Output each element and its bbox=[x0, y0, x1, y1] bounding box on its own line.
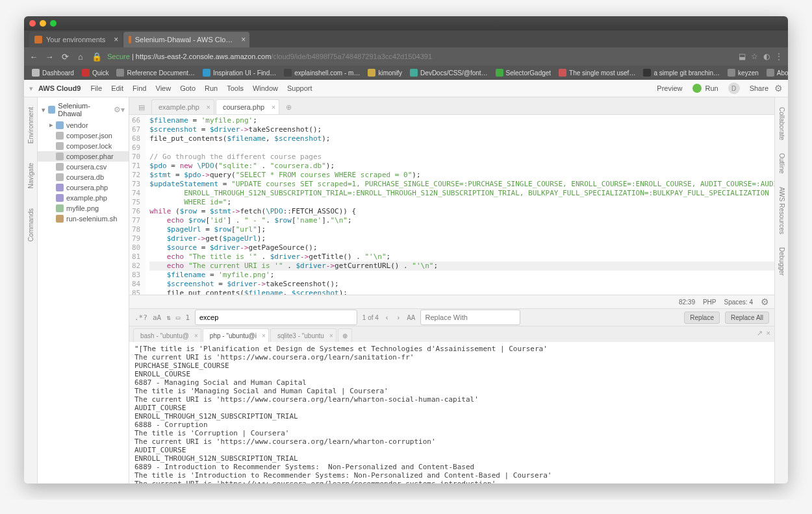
language-label[interactable]: PHP bbox=[703, 299, 717, 306]
preview-button[interactable]: Preview bbox=[652, 82, 687, 94]
terminal-tab[interactable]: bash - "ubuntu@× bbox=[133, 328, 201, 342]
reload-icon[interactable]: ⟳ bbox=[60, 52, 70, 62]
tree-item[interactable]: coursera.csv bbox=[38, 162, 129, 172]
next-match-icon[interactable]: › bbox=[396, 313, 402, 321]
tree-item[interactable]: run-selenium.sh bbox=[38, 214, 129, 224]
terminal-tab[interactable]: php - "ubuntu@i× bbox=[203, 328, 269, 342]
gear-icon[interactable]: ⚙▾ bbox=[114, 105, 125, 114]
bookmark-item[interactable]: kimonify bbox=[365, 69, 405, 77]
gear-icon[interactable]: ⚙ bbox=[774, 83, 783, 93]
code-line[interactable]: echo "The current URI is '" . $driver->g… bbox=[149, 262, 774, 271]
rail-navigate[interactable]: Navigate bbox=[27, 163, 34, 188]
preserve-case-toggle[interactable]: AA bbox=[407, 313, 415, 322]
avatar[interactable]: D bbox=[728, 82, 740, 94]
close-icon[interactable]: × bbox=[329, 332, 333, 339]
bookmark-item[interactable]: explainshell.com - m… bbox=[281, 69, 362, 77]
close-icon[interactable]: × bbox=[272, 103, 275, 111]
back-icon[interactable]: ← bbox=[29, 52, 38, 62]
bookmark-item[interactable]: a simple git branchin… bbox=[641, 69, 722, 77]
tree-root[interactable]: ▾ Selenium-Dhawal ⚙▾ bbox=[38, 100, 129, 119]
bookmark-item[interactable]: Dashboard bbox=[29, 69, 77, 77]
rail-aws-resources[interactable]: AWS Resources bbox=[778, 187, 785, 234]
forward-icon[interactable]: → bbox=[45, 52, 54, 62]
menu-window[interactable]: Window bbox=[248, 82, 283, 94]
url-field[interactable]: Secure | https://us-east-2.console.aws.a… bbox=[107, 53, 732, 60]
wrap-toggle[interactable]: ⇅ bbox=[166, 313, 171, 322]
share-button[interactable]: Share bbox=[745, 82, 773, 94]
bookmark-item[interactable]: DevDocs/CSS/@font… bbox=[407, 69, 490, 77]
code-line[interactable]: file_put_contents($filename, $screenshot… bbox=[149, 134, 774, 143]
maximize-window-icon[interactable] bbox=[50, 20, 57, 27]
menu-tools[interactable]: Tools bbox=[222, 82, 248, 94]
bookmark-item[interactable]: Inspiration UI - Find… bbox=[200, 69, 279, 77]
bookmark-item[interactable]: SelectorGadget bbox=[493, 69, 554, 77]
gear-icon[interactable]: ⚙ bbox=[761, 297, 769, 307]
menu-run[interactable]: Run bbox=[200, 82, 222, 94]
regex-toggle[interactable]: .*? bbox=[134, 313, 147, 322]
code-line[interactable]: echo $row['id'] . " - ". $row['name']."\… bbox=[149, 216, 774, 225]
extension-icon[interactable]: ◐ bbox=[763, 52, 770, 61]
code-line[interactable] bbox=[149, 143, 774, 153]
spaces-label[interactable]: Spaces: 4 bbox=[724, 299, 753, 306]
code-line[interactable]: $pdo = new \PDO("sqlite:" . "coursera.db… bbox=[149, 162, 774, 171]
close-icon[interactable]: × bbox=[114, 35, 118, 44]
terminal-tab[interactable]: sqlite3 - "ubuntu× bbox=[270, 328, 336, 342]
rail-commands[interactable]: Commands bbox=[27, 208, 34, 241]
code-line[interactable]: $stmt = $pdo->query("SELECT * FROM cours… bbox=[149, 171, 774, 180]
code-line[interactable]: $source = $driver->getPageSource(); bbox=[149, 243, 774, 252]
tree-item[interactable]: coursera.db bbox=[38, 172, 129, 182]
find-input[interactable] bbox=[195, 310, 357, 325]
code-line[interactable]: $filename = 'myfile.png'; bbox=[149, 116, 774, 125]
tree-item[interactable]: composer.json bbox=[38, 130, 129, 141]
code-line[interactable]: $filename = 'myfile.png'; bbox=[149, 271, 774, 280]
editor-tab[interactable]: example.php× bbox=[151, 99, 214, 114]
tree-item[interactable]: coursera.php bbox=[38, 182, 129, 193]
popout-icon[interactable]: ↗ bbox=[757, 329, 763, 337]
replace-all-button[interactable]: Replace All bbox=[725, 312, 769, 324]
code-line[interactable]: ENROLL_THROUGH_S12N_SUBSCRIPTION_TRIAL=:… bbox=[149, 189, 774, 198]
bookmark-item[interactable]: About Exploit Exerci… bbox=[764, 69, 788, 77]
browser-tab[interactable]: Selenium-Dhawal - AWS Clo…× bbox=[123, 32, 249, 47]
tree-item[interactable]: myfile.png bbox=[38, 203, 129, 214]
rail-collaborate[interactable]: Collaborate bbox=[778, 107, 785, 140]
tree-item[interactable]: composer.lock bbox=[38, 141, 129, 151]
run-button[interactable]: Run bbox=[688, 82, 722, 95]
menu-file[interactable]: File bbox=[86, 82, 107, 94]
menu-find[interactable]: Find bbox=[128, 82, 151, 94]
tree-item[interactable]: composer.phar bbox=[38, 151, 129, 162]
home-icon[interactable]: ⌂ bbox=[76, 52, 85, 62]
close-icon[interactable]: × bbox=[207, 103, 210, 111]
code-line[interactable]: while ($row = $stmt->fetch(\PDO::FETCH_A… bbox=[149, 207, 774, 216]
code-line[interactable]: $pageUrl = $row["url"]; bbox=[149, 225, 774, 234]
whole-word-toggle[interactable]: 1 bbox=[185, 313, 190, 322]
code-line[interactable]: $screenshot = $driver->takeScreenshot(); bbox=[149, 280, 774, 289]
rail-debugger[interactable]: Debugger bbox=[778, 247, 785, 276]
menu-edit[interactable]: Edit bbox=[107, 82, 128, 94]
collapse-icon[interactable]: ▾ bbox=[29, 84, 33, 93]
close-icon[interactable]: × bbox=[262, 332, 266, 339]
bookmark-item[interactable]: Reference Document… bbox=[114, 69, 197, 77]
code-icon[interactable]: ⬓ bbox=[739, 52, 746, 61]
code-line[interactable]: // Go through the different course pages bbox=[149, 153, 774, 162]
new-tab-icon[interactable]: ⊕ bbox=[281, 100, 297, 114]
code-line[interactable]: $screenshot = $driver->takeScreenshot(); bbox=[149, 125, 774, 134]
tree-item[interactable]: ▸vendor bbox=[38, 119, 129, 130]
prev-match-icon[interactable]: ‹ bbox=[384, 313, 390, 321]
tree-item[interactable]: example.php bbox=[38, 193, 129, 203]
bookmark-item[interactable]: keyzen bbox=[725, 69, 761, 77]
code-content[interactable]: $filename = 'myfile.png';$screenshot = $… bbox=[146, 115, 774, 295]
star-icon[interactable]: ☆ bbox=[751, 52, 758, 61]
bookmark-item[interactable]: The single most usef… bbox=[556, 69, 638, 77]
close-icon[interactable]: × bbox=[194, 332, 198, 339]
menu-icon[interactable]: ⋮ bbox=[775, 52, 783, 61]
editor-tab[interactable]: coursera.php× bbox=[216, 99, 279, 114]
bookmark-item[interactable]: Quick bbox=[79, 69, 112, 77]
code-editor[interactable]: 6667686970717273747576777879808182838485… bbox=[129, 115, 774, 295]
browser-tab[interactable]: Your environments× bbox=[29, 32, 122, 47]
close-icon[interactable]: × bbox=[241, 35, 246, 44]
close-window-icon[interactable] bbox=[29, 20, 36, 27]
rail-environment[interactable]: Environment bbox=[27, 107, 34, 143]
case-toggle[interactable]: aA bbox=[153, 313, 161, 322]
minimize-window-icon[interactable] bbox=[40, 20, 46, 27]
menu-goto[interactable]: Goto bbox=[175, 82, 200, 94]
